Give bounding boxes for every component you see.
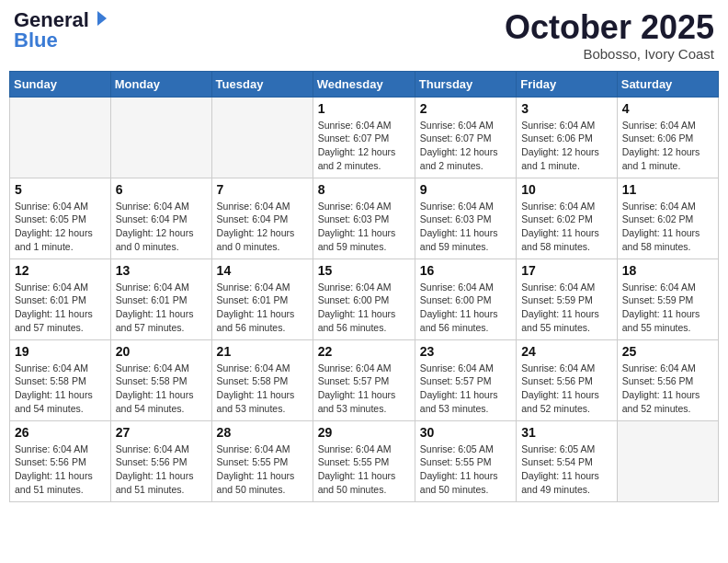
day-info: Sunrise: 6:04 AMSunset: 5:57 PMDaylight:… [420,362,511,416]
location-subtitle: Bobosso, Ivory Coast [505,46,714,62]
day-number: 29 [318,425,410,440]
weekday-header-sunday: Sunday [10,71,111,97]
day-info: Sunrise: 6:04 AMSunset: 6:04 PMDaylight:… [217,200,308,254]
calendar-cell: 28Sunrise: 6:04 AMSunset: 5:55 PMDayligh… [211,420,313,501]
day-info: Sunrise: 6:04 AMSunset: 5:57 PMDaylight:… [318,362,410,416]
day-info: Sunrise: 6:04 AMSunset: 6:02 PMDaylight:… [622,200,713,254]
calendar-cell: 16Sunrise: 6:04 AMSunset: 6:00 PMDayligh… [415,259,516,339]
calendar-cell: 10Sunrise: 6:04 AMSunset: 6:02 PMDayligh… [517,178,618,259]
day-info: Sunrise: 6:04 AMSunset: 5:58 PMDaylight:… [116,362,207,416]
day-number: 8 [318,182,410,197]
day-info: Sunrise: 6:04 AMSunset: 5:58 PMDaylight:… [15,362,106,416]
weekday-header-friday: Friday [517,71,618,97]
day-info: Sunrise: 6:04 AMSunset: 5:56 PMDaylight:… [622,362,713,416]
calendar-cell: 30Sunrise: 6:05 AMSunset: 5:55 PMDayligh… [415,420,516,501]
day-number: 28 [217,425,308,440]
day-info: Sunrise: 6:04 AMSunset: 6:03 PMDaylight:… [318,200,410,254]
day-info: Sunrise: 6:04 AMSunset: 6:02 PMDaylight:… [521,200,612,254]
calendar-cell: 4Sunrise: 6:04 AMSunset: 6:06 PMDaylight… [617,97,718,178]
calendar-cell: 22Sunrise: 6:04 AMSunset: 5:57 PMDayligh… [313,339,415,420]
day-info: Sunrise: 6:04 AMSunset: 6:00 PMDaylight:… [318,281,410,335]
day-info: Sunrise: 6:05 AMSunset: 5:55 PMDaylight:… [420,442,511,497]
calendar-cell: 17Sunrise: 6:04 AMSunset: 5:59 PMDayligh… [517,259,618,339]
day-number: 22 [318,344,410,359]
day-number: 16 [420,263,511,278]
calendar-cell: 6Sunrise: 6:04 AMSunset: 6:04 PMDaylight… [110,178,211,259]
day-number: 26 [15,425,106,440]
calendar-cell: 12Sunrise: 6:04 AMSunset: 6:01 PMDayligh… [10,259,111,339]
month-title: October 2025 [505,9,714,46]
day-number: 30 [420,425,511,440]
calendar-cell: 25Sunrise: 6:04 AMSunset: 5:56 PMDayligh… [617,339,718,420]
weekday-header-tuesday: Tuesday [211,71,313,97]
day-info: Sunrise: 6:04 AMSunset: 6:07 PMDaylight:… [318,119,410,173]
calendar-cell: 29Sunrise: 6:04 AMSunset: 5:55 PMDayligh… [313,420,415,501]
day-number: 11 [622,182,713,197]
logo-icon [90,9,108,28]
calendar-cell: 13Sunrise: 6:04 AMSunset: 6:01 PMDayligh… [110,259,211,339]
day-info: Sunrise: 6:04 AMSunset: 6:06 PMDaylight:… [622,119,713,173]
day-info: Sunrise: 6:04 AMSunset: 5:56 PMDaylight:… [116,442,207,497]
day-info: Sunrise: 6:04 AMSunset: 5:55 PMDaylight:… [318,442,410,497]
logo-blue: Blue [14,29,58,52]
calendar-cell: 21Sunrise: 6:04 AMSunset: 5:58 PMDayligh… [211,339,313,420]
day-number: 23 [420,344,511,359]
calendar-cell: 2Sunrise: 6:04 AMSunset: 6:07 PMDaylight… [415,97,516,178]
weekday-header-thursday: Thursday [415,71,516,97]
calendar-cell: 31Sunrise: 6:05 AMSunset: 5:54 PMDayligh… [517,420,618,501]
day-info: Sunrise: 6:04 AMSunset: 6:01 PMDaylight:… [15,281,106,335]
weekday-header-row: SundayMondayTuesdayWednesdayThursdayFrid… [10,71,719,97]
day-info: Sunrise: 6:04 AMSunset: 6:07 PMDaylight:… [420,119,511,173]
calendar-cell: 19Sunrise: 6:04 AMSunset: 5:58 PMDayligh… [10,339,111,420]
day-number: 14 [217,263,308,278]
day-number: 18 [622,263,713,278]
page-header: General Blue October 2025 Bobosso, Ivory… [9,9,719,62]
day-info: Sunrise: 6:04 AMSunset: 6:01 PMDaylight:… [116,281,207,335]
day-info: Sunrise: 6:04 AMSunset: 6:03 PMDaylight:… [420,200,511,254]
calendar-cell: 14Sunrise: 6:04 AMSunset: 6:01 PMDayligh… [211,259,313,339]
logo: General Blue [14,9,108,52]
calendar-cell [211,97,313,178]
day-number: 5 [15,182,106,197]
calendar-cell: 7Sunrise: 6:04 AMSunset: 6:04 PMDaylight… [211,178,313,259]
calendar-table: SundayMondayTuesdayWednesdayThursdayFrid… [9,71,719,502]
calendar-cell: 18Sunrise: 6:04 AMSunset: 5:59 PMDayligh… [617,259,718,339]
day-info: Sunrise: 6:04 AMSunset: 5:59 PMDaylight:… [521,281,612,335]
day-number: 2 [420,101,511,116]
day-number: 4 [622,101,713,116]
day-number: 12 [15,263,106,278]
day-info: Sunrise: 6:05 AMSunset: 5:54 PMDaylight:… [521,442,612,497]
day-info: Sunrise: 6:04 AMSunset: 5:59 PMDaylight:… [622,281,713,335]
calendar-cell: 27Sunrise: 6:04 AMSunset: 5:56 PMDayligh… [110,420,211,501]
calendar-cell: 5Sunrise: 6:04 AMSunset: 6:05 PMDaylight… [10,178,111,259]
calendar-cell: 15Sunrise: 6:04 AMSunset: 6:00 PMDayligh… [313,259,415,339]
calendar-cell [110,97,211,178]
day-info: Sunrise: 6:04 AMSunset: 6:01 PMDaylight:… [217,281,308,335]
day-number: 17 [521,263,612,278]
calendar-cell [617,420,718,501]
day-info: Sunrise: 6:04 AMSunset: 5:56 PMDaylight:… [521,362,612,416]
day-number: 19 [15,344,106,359]
day-number: 31 [521,425,612,440]
week-row-2: 5Sunrise: 6:04 AMSunset: 6:05 PMDaylight… [10,178,719,259]
day-number: 13 [116,263,207,278]
day-number: 1 [318,101,410,116]
calendar-cell: 24Sunrise: 6:04 AMSunset: 5:56 PMDayligh… [517,339,618,420]
calendar-cell [10,97,111,178]
day-number: 6 [116,182,207,197]
day-number: 3 [521,101,612,116]
calendar-cell: 20Sunrise: 6:04 AMSunset: 5:58 PMDayligh… [110,339,211,420]
day-info: Sunrise: 6:04 AMSunset: 5:55 PMDaylight:… [217,442,308,497]
day-number: 24 [521,344,612,359]
calendar-cell: 11Sunrise: 6:04 AMSunset: 6:02 PMDayligh… [617,178,718,259]
calendar-cell: 3Sunrise: 6:04 AMSunset: 6:06 PMDaylight… [517,97,618,178]
svg-marker-0 [97,11,107,26]
calendar-cell: 9Sunrise: 6:04 AMSunset: 6:03 PMDaylight… [415,178,516,259]
week-row-5: 26Sunrise: 6:04 AMSunset: 5:56 PMDayligh… [10,420,719,501]
weekday-header-monday: Monday [110,71,211,97]
week-row-1: 1Sunrise: 6:04 AMSunset: 6:07 PMDaylight… [10,97,719,178]
day-number: 20 [116,344,207,359]
calendar-cell: 26Sunrise: 6:04 AMSunset: 5:56 PMDayligh… [10,420,111,501]
week-row-4: 19Sunrise: 6:04 AMSunset: 5:58 PMDayligh… [10,339,719,420]
calendar-cell: 23Sunrise: 6:04 AMSunset: 5:57 PMDayligh… [415,339,516,420]
